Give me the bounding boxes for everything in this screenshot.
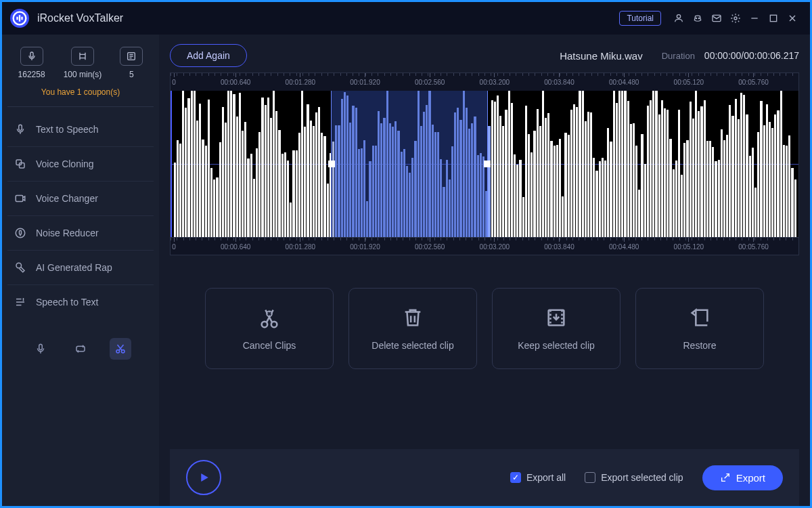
ruler-top: 000:00.64000:01.28000:01.92000:02.56000:… [171, 73, 798, 91]
user-icon[interactable] [669, 9, 688, 28]
wave-area[interactable] [171, 91, 798, 237]
stats-row: 162258 100 min(s) 5 [2, 43, 159, 79]
nav-voice-changer[interactable]: Voice Changer [7, 182, 154, 216]
stat-slots[interactable]: 5 [120, 47, 143, 79]
maximize-icon[interactable] [764, 9, 783, 28]
nav-ai-rap[interactable]: AI Generated Rap [7, 251, 154, 285]
main: Add Again Hatsune Miku.wav Duration 00:0… [159, 35, 810, 506]
play-button[interactable] [186, 460, 221, 495]
svg-point-2 [696, 18, 696, 18]
ruler-bottom: 000:00.64000:01.28000:01.92000:02.56000:… [171, 237, 798, 255]
nav-label: Noise Reducer [36, 228, 99, 238]
nav-voice-cloning[interactable]: Voice Cloning [7, 147, 154, 182]
svg-point-1 [677, 15, 680, 18]
checkbox-label: Export selected clip [601, 472, 683, 483]
discord-icon[interactable] [688, 9, 707, 28]
stat-minutes[interactable]: 100 min(s) [64, 47, 102, 79]
coupon-banner[interactable]: You have 1 coupon(s) [7, 79, 154, 107]
close-icon[interactable] [783, 9, 802, 28]
main-header: Add Again Hatsune Miku.wav Duration 00:0… [170, 44, 799, 67]
add-again-button[interactable]: Add Again [170, 44, 247, 67]
footer: Export all Export selected clip Export [170, 449, 799, 506]
export-selected-checkbox[interactable]: Export selected clip [585, 472, 683, 483]
svg-rect-19 [39, 344, 43, 350]
playhead[interactable] [171, 91, 172, 237]
checkbox-label: Export all [526, 472, 566, 483]
svg-rect-7 [770, 15, 776, 21]
clip-actions: Cancel Clips Delete selected clip Keep s… [170, 288, 799, 369]
checkbox-icon [585, 472, 595, 483]
nav-label: Voice Cloning [36, 158, 94, 169]
settings-icon[interactable] [726, 9, 745, 28]
selection-region[interactable] [331, 91, 488, 237]
action-label: Restore [683, 340, 716, 351]
cancel-clips-button[interactable]: Cancel Clips [205, 288, 334, 369]
app-logo [10, 9, 29, 28]
nav-label: AI Generated Rap [36, 262, 112, 273]
stat-credits-value: 162258 [18, 70, 45, 79]
svg-rect-15 [16, 196, 23, 202]
nav-text-to-speech[interactable]: Text to Speech [7, 112, 154, 147]
app-title: iRocket VoxTalker [37, 12, 123, 24]
duration-value: 00:00:00/00:00:06.217 [704, 50, 799, 61]
minimize-icon[interactable] [745, 9, 764, 28]
svg-rect-17 [20, 230, 22, 234]
selection-handle-left[interactable] [328, 161, 335, 167]
svg-point-16 [16, 228, 25, 238]
waveform[interactable]: 000:00.64000:01.28000:01.92000:02.56000:… [170, 72, 799, 255]
mail-icon[interactable] [707, 9, 726, 28]
sidebar: 162258 100 min(s) 5 You have 1 coupon(s)… [2, 35, 159, 506]
nav-label: Voice Changer [36, 193, 98, 204]
keep-clip-button[interactable]: Keep selected clip [492, 288, 621, 369]
export-button[interactable]: Export [702, 465, 783, 490]
stat-minutes-value: 100 min(s) [64, 70, 102, 79]
tool-record[interactable] [30, 338, 51, 360]
nav: Text to Speech Voice Cloning Voice Chang… [2, 107, 159, 324]
duration-label: Duration [662, 51, 695, 61]
delete-clip-button[interactable]: Delete selected clip [348, 288, 477, 369]
svg-rect-10 [30, 52, 33, 57]
export-all-checkbox[interactable]: Export all [510, 472, 566, 483]
checkbox-icon [510, 472, 521, 483]
titlebar: iRocket VoxTalker Tutorial [2, 2, 810, 35]
selection-handle-right[interactable] [484, 161, 491, 167]
action-label: Cancel Clips [243, 340, 296, 351]
nav-speech-to-text[interactable]: Speech to Text [7, 285, 154, 319]
export-label: Export [736, 472, 765, 484]
nav-noise-reducer[interactable]: Noise Reducer [7, 216, 154, 251]
nav-label: Speech to Text [36, 297, 98, 308]
restore-button[interactable]: Restore [635, 288, 764, 369]
stat-credits[interactable]: 162258 [18, 47, 45, 79]
nav-label: Text to Speech [36, 124, 99, 135]
stat-slots-value: 5 [129, 70, 134, 79]
action-label: Delete selected clip [371, 340, 453, 351]
action-label: Keep selected clip [518, 340, 595, 351]
svg-point-3 [698, 18, 699, 18]
tutorial-button[interactable]: Tutorial [619, 11, 661, 26]
tool-loop[interactable] [70, 338, 91, 360]
tool-cut[interactable] [110, 338, 131, 360]
svg-rect-12 [19, 125, 22, 130]
filename: Hatsune Miku.wav [560, 50, 643, 62]
tool-row [2, 329, 159, 369]
svg-point-5 [734, 17, 737, 20]
